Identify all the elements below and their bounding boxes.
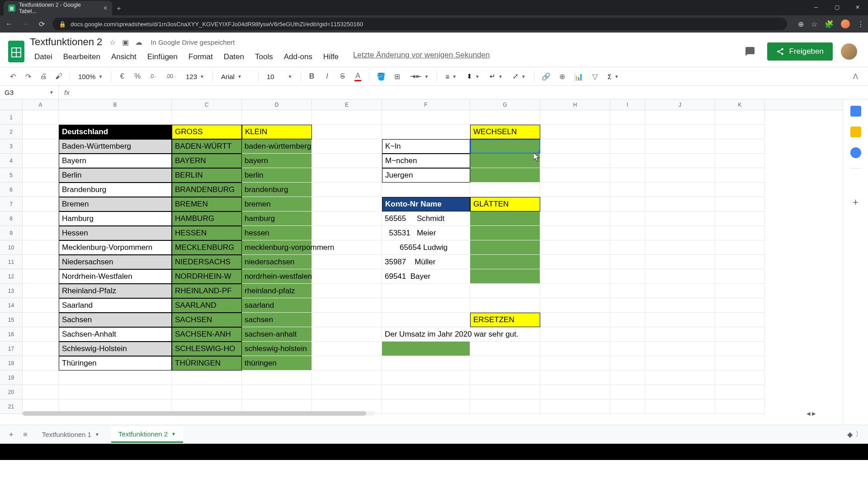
- cell-J16[interactable]: [645, 327, 715, 342]
- fill-color-icon[interactable]: 🪣: [374, 70, 388, 83]
- cell-A8[interactable]: [23, 211, 59, 226]
- wrap-icon[interactable]: ↵▼: [486, 70, 506, 82]
- cell-B10[interactable]: Mecklenburg-Vorpommern: [59, 240, 172, 255]
- cell-D4[interactable]: bayern: [242, 154, 312, 168]
- sheets-logo-icon[interactable]: [7, 39, 25, 64]
- cell-K14[interactable]: [715, 298, 765, 313]
- row-header[interactable]: 14: [0, 298, 23, 313]
- cell-H20[interactable]: [540, 385, 610, 399]
- cell-C2[interactable]: GROSS: [172, 125, 242, 139]
- cell-E19[interactable]: [312, 371, 382, 385]
- horizontal-scrollbar[interactable]: [23, 411, 375, 416]
- row-header[interactable]: 2: [0, 125, 23, 139]
- cell-F2[interactable]: [382, 125, 470, 139]
- cell-I7[interactable]: [610, 197, 645, 211]
- cell-J5[interactable]: [645, 168, 715, 183]
- cell-K4[interactable]: [715, 154, 765, 168]
- row-header[interactable]: 16: [0, 327, 23, 342]
- profile-avatar[interactable]: [841, 43, 857, 60]
- cell-I2[interactable]: [610, 125, 645, 139]
- cell-G14[interactable]: [470, 298, 540, 313]
- sheet-tab-2[interactable]: Textfunktionen 2▼: [111, 427, 183, 443]
- cell-G8[interactable]: [470, 211, 540, 226]
- cell-J12[interactable]: [645, 269, 715, 284]
- cell-I19[interactable]: [610, 371, 645, 385]
- cell-G6[interactable]: [470, 183, 540, 197]
- cell-A9[interactable]: [23, 226, 59, 240]
- col-header[interactable]: D: [242, 99, 312, 110]
- cell-E12[interactable]: [312, 269, 382, 284]
- col-header[interactable]: I: [610, 99, 645, 110]
- cell-B1[interactable]: [59, 110, 172, 125]
- doc-title[interactable]: Textfunktionen 2: [30, 36, 102, 48]
- star-icon[interactable]: ☆: [109, 38, 116, 47]
- cell-C11[interactable]: NIEDERSACHS: [172, 255, 242, 269]
- col-header[interactable]: H: [540, 99, 610, 110]
- increase-decimal-icon[interactable]: .00→: [163, 70, 179, 83]
- cell-F1[interactable]: [382, 110, 470, 125]
- cell-E15[interactable]: [312, 313, 382, 327]
- share-button[interactable]: Freigeben: [767, 42, 833, 61]
- cell-I1[interactable]: [610, 110, 645, 125]
- cell-C17[interactable]: SCHLESWIG-HO: [172, 342, 242, 356]
- cell-K20[interactable]: [715, 385, 765, 399]
- menu-format[interactable]: Format: [184, 51, 217, 63]
- cell-K8[interactable]: [715, 211, 765, 226]
- cell-D14[interactable]: saarland: [242, 298, 312, 313]
- window-maximize[interactable]: ▢: [826, 0, 847, 14]
- col-header[interactable]: J: [645, 99, 715, 110]
- cell-C1[interactable]: [172, 110, 242, 125]
- cell-D3[interactable]: baden-württemberg: [242, 139, 312, 154]
- cell-F10[interactable]: 65654 Ludwig: [382, 240, 470, 255]
- cell-G1[interactable]: [470, 110, 540, 125]
- cell-G3[interactable]: [470, 139, 540, 154]
- cell-K6[interactable]: [715, 183, 765, 197]
- valign-icon[interactable]: ⬍▼: [463, 70, 483, 82]
- cell-A20[interactable]: [23, 385, 59, 399]
- cell-C19[interactable]: [172, 371, 242, 385]
- cell-F13[interactable]: [382, 284, 470, 298]
- cell-G4[interactable]: [470, 154, 540, 168]
- row-header[interactable]: 3: [0, 139, 23, 154]
- cell-I13[interactable]: [610, 284, 645, 298]
- zoom-icon[interactable]: ⊕: [798, 20, 804, 28]
- row-header[interactable]: 20: [0, 385, 23, 399]
- cell-G20[interactable]: [470, 385, 540, 399]
- cell-D20[interactable]: [242, 385, 312, 399]
- cell-K12[interactable]: [715, 269, 765, 284]
- cell-C8[interactable]: HAMBURG: [172, 211, 242, 226]
- cell-K15[interactable]: [715, 313, 765, 327]
- cell-H1[interactable]: [540, 110, 610, 125]
- cell-A18[interactable]: [23, 356, 59, 371]
- cell-C14[interactable]: SAARLAND: [172, 298, 242, 313]
- row-header[interactable]: 21: [0, 399, 23, 414]
- cell-A11[interactable]: [23, 255, 59, 269]
- row-header[interactable]: 5: [0, 168, 23, 183]
- cell-D17[interactable]: schleswig-holstein: [242, 342, 312, 356]
- row-header[interactable]: 17: [0, 342, 23, 356]
- menu-daten[interactable]: Daten: [219, 51, 249, 63]
- menu-ansicht[interactable]: Ansicht: [107, 51, 141, 63]
- cell-C9[interactable]: HESSEN: [172, 226, 242, 240]
- last-edit-link[interactable]: Letzte Änderung vor wenigen Sekunden: [353, 51, 490, 63]
- cell-C16[interactable]: SACHSEN-ANH: [172, 327, 242, 342]
- cell-H5[interactable]: [540, 168, 610, 183]
- cell-G17[interactable]: [470, 342, 540, 356]
- row-header[interactable]: 12: [0, 269, 23, 284]
- name-box[interactable]: G3▼: [0, 86, 59, 99]
- cell-F21[interactable]: [382, 399, 470, 414]
- cell-H16[interactable]: [540, 327, 610, 342]
- cell-B18[interactable]: Thüringen: [59, 356, 172, 371]
- cell-C20[interactable]: [172, 385, 242, 399]
- cell-H6[interactable]: [540, 183, 610, 197]
- tab-close-icon[interactable]: ✕: [103, 5, 108, 11]
- zoom-select[interactable]: 100%▼: [75, 71, 106, 82]
- browser-tab[interactable]: Textfunktionen 2 - Google Tabel... ✕: [4, 1, 112, 15]
- cell-D12[interactable]: nordrhein-westfalen: [242, 269, 312, 284]
- cell-D7[interactable]: bremen: [242, 197, 312, 211]
- cell-F18[interactable]: [382, 356, 470, 371]
- cell-I9[interactable]: [610, 226, 645, 240]
- cell-H21[interactable]: [540, 399, 610, 414]
- cell-B16[interactable]: Sachsen-Anhalt: [59, 327, 172, 342]
- cell-G15[interactable]: ERSETZEN: [470, 313, 540, 327]
